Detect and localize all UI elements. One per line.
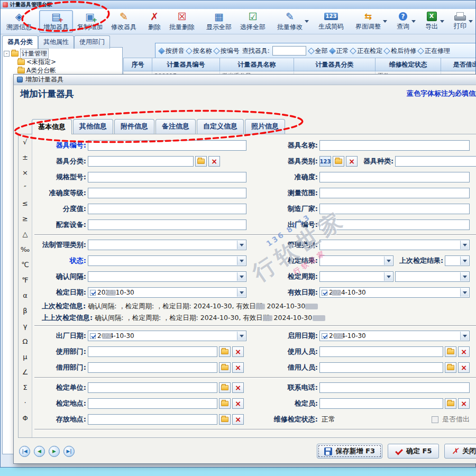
toolbar-button-add-instrument[interactable]: 增加器具 [39,10,73,33]
code-input[interactable] [88,140,246,151]
dialog-titlebar[interactable]: 增加计量器具 [14,75,476,85]
symbol-button[interactable]: ± [19,150,32,165]
symbol-button[interactable]: μ [19,349,32,364]
date-checkbox-icon[interactable] [90,333,96,339]
enable-date-picker[interactable]: 2024-10-30 [319,331,470,341]
category-clear-icon[interactable] [208,156,220,167]
table-column-header[interactable]: 序号 [124,58,152,71]
use-dept-picker-folder-icon[interactable] [219,346,231,357]
status-select[interactable] [88,255,246,266]
toolbar-button-print[interactable]: 打印 [450,10,475,33]
division-input[interactable] [88,204,246,214]
verifier-clear-icon[interactable] [458,398,470,409]
panel-tab[interactable]: 其他属性 [38,35,74,49]
name-input[interactable] [319,140,470,151]
table-column-header[interactable]: 是否借出 [441,58,476,71]
toolbar-button-trace-info[interactable]: 溯源信息 [2,10,36,33]
verify-date-picker[interactable]: 2024-10-30 [88,287,246,298]
date-checkbox-icon[interactable] [90,290,96,296]
spec-input[interactable] [88,172,246,182]
symbol-button[interactable]: △ [19,226,32,242]
aux-equipment-input[interactable] [88,219,246,230]
accuracy-grade-input[interactable] [88,188,246,198]
date-checkbox-icon[interactable] [322,290,327,296]
dialog-tab[interactable]: 附件信息 [114,119,154,134]
symbol-button[interactable]: ℉ [19,272,32,288]
toolbar-button-export[interactable]: 导出 [421,10,446,33]
maker-input[interactable] [319,204,470,214]
symbol-button[interactable]: ‰ [19,242,32,257]
tree-expander-icon[interactable] [4,51,10,57]
symbol-button[interactable]: ≤ [19,196,32,211]
phone-input[interactable] [319,382,470,393]
category-picker-folder-icon[interactable] [195,156,207,167]
symbol-button[interactable]: · [19,395,32,410]
table-column-header[interactable]: 计量器具编号 [152,58,220,71]
last-result-select[interactable] [445,255,470,266]
symbol-button[interactable]: ∠ [19,364,32,380]
date-checkbox-icon[interactable] [322,333,327,339]
verify-place-clear-icon[interactable] [232,398,244,409]
use-person-input[interactable] [319,346,443,357]
status-radio[interactable]: 正在检定 [351,47,382,56]
symbol-button[interactable]: Ω [19,334,32,349]
last-record-icon[interactable] [63,446,75,457]
borrow-person-input[interactable] [319,362,443,373]
verifier-input[interactable] [319,398,443,409]
previous-record-icon[interactable] [34,446,45,457]
use-dept-clear-icon[interactable] [232,346,244,357]
symbol-button[interactable]: β [19,303,32,318]
borrow-dept-picker-folder-icon[interactable] [219,362,231,373]
category-input[interactable] [88,156,194,167]
save-new-button[interactable]: 保存新增 F3 [317,444,382,459]
confirm-interval-select[interactable] [88,271,246,282]
toolbar-button-query[interactable]: 查询 [392,10,418,33]
symbol-button[interactable]: √ [19,134,32,150]
verify-place-input[interactable] [88,398,217,409]
filter-radio[interactable]: 按编号 [214,47,240,56]
toolbar-button-batch-delete[interactable]: 批量删除 [165,10,199,33]
tree-node-class-a[interactable]: A类分台帐 [4,66,121,75]
legal-category-select[interactable] [88,240,246,250]
type-picker-folder-icon[interactable] [333,156,344,167]
storage-place-picker-folder-icon[interactable] [219,414,231,425]
status-radio[interactable]: 全部 [309,47,328,56]
toolbar-button-generate-code[interactable]: 生成简码 [314,10,348,33]
borrow-dept-input[interactable] [88,362,217,373]
panel-tab[interactable]: 器具分类 [2,35,38,49]
verify-unit-input[interactable] [88,382,217,393]
status-radio[interactable]: 正常 [330,47,349,56]
status-radio[interactable]: 检后待修 [385,47,416,56]
verifier-picker-folder-icon[interactable] [445,398,456,409]
tree-node-root[interactable]: 计量管理 [4,49,121,58]
search-instrument-input[interactable] [272,46,306,56]
tree-node-unspecified[interactable]: <未指定> [4,58,121,66]
toolbar-button-batch-edit[interactable]: 批量修改 [273,10,311,33]
panel-tab[interactable]: 使用部门 [74,35,110,49]
close-button[interactable]: 关闭 [444,444,476,459]
toolbar-button-show-all[interactable]: 显示全部 [202,10,236,33]
verify-cycle-select[interactable] [319,271,393,282]
first-record-icon[interactable] [19,446,30,457]
verify-unit-clear-icon[interactable] [232,382,244,393]
storage-place-clear-icon[interactable] [232,414,244,425]
use-dept-input[interactable] [88,346,217,357]
table-column-header[interactable]: 维修检定状态 [376,58,441,71]
type-code-icon[interactable] [319,156,331,167]
use-person-clear-icon[interactable] [458,346,470,357]
borrow-person-picker-folder-icon[interactable] [445,362,456,373]
kind-input[interactable] [395,156,476,167]
table-column-header[interactable]: 计量器具分类 [294,58,376,71]
manage-category-select[interactable] [319,240,470,250]
toolbar-button-edit-instrument[interactable]: 修改器具 [107,10,141,33]
type-clear-icon[interactable] [346,156,358,167]
toolbar-button-ui-adjust[interactable]: 界面调整 [351,10,389,33]
factory-no-input[interactable] [319,219,470,230]
dialog-tab[interactable]: 照片信息 [245,119,285,134]
storage-place-input[interactable] [88,414,217,425]
toolbar-button-delete[interactable]: 删除 [144,10,165,33]
symbol-button[interactable]: ≥ [19,211,32,226]
filter-radio[interactable]: 按拼音 [159,47,185,56]
range-input[interactable] [319,188,470,198]
symbol-button[interactable]: ″ [19,180,32,196]
